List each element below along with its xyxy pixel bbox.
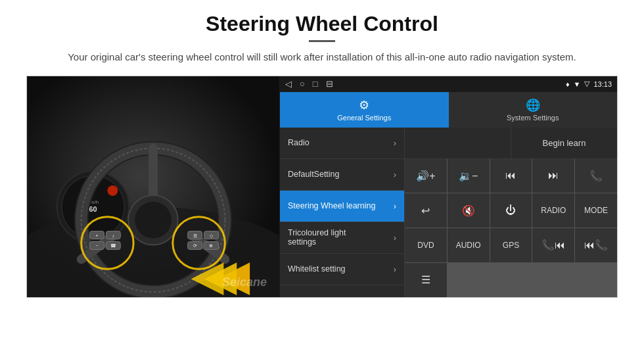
call-prev-button[interactable]: 📞⏮ — [532, 228, 574, 262]
menu-item-radio-label: Radio — [288, 138, 394, 147]
menu-item-steering-label: Steering Wheel learning — [288, 201, 394, 210]
svg-text:+: + — [95, 233, 98, 237]
audio-label: AUDIO — [456, 241, 481, 250]
location-icon: ♦ — [566, 80, 570, 88]
menu-item-whitelist[interactable]: Whitelist setting › — [280, 254, 404, 285]
next-track-icon: ⏭ — [548, 170, 559, 181]
menu-item-radio[interactable]: Radio › — [280, 128, 404, 159]
begin-learn-button[interactable]: Begin learn — [511, 128, 617, 158]
tabs-row: ⚙ General Settings 🌐 System Settings — [280, 92, 617, 128]
controls-panel: Begin learn 🔊+ 🔉− ⏮ ⏭ 📞 ↩ 🔇 ⏻ — [405, 128, 617, 297]
menu-icon: ☰ — [421, 274, 430, 286]
dvd-button[interactable]: DVD — [405, 228, 447, 262]
mode-button[interactable]: MODE — [575, 193, 617, 227]
tab-general-settings[interactable]: ⚙ General Settings — [280, 92, 449, 128]
nav-recent-icon[interactable]: □ — [313, 79, 318, 89]
radio-label: RADIO — [541, 206, 566, 215]
signal-icon: ▼ — [574, 80, 581, 88]
svg-text:☎: ☎ — [110, 243, 116, 248]
menu-item-steering-wheel[interactable]: Steering Wheel learning › — [280, 191, 404, 222]
menu-item-whitelist-label: Whitelist setting — [288, 264, 394, 274]
svg-text:☰: ☰ — [193, 233, 197, 237]
vol-down-button[interactable]: 🔉− — [448, 159, 490, 193]
next-track-button[interactable]: ⏭ — [532, 159, 574, 193]
svg-point-14 — [135, 201, 172, 238]
left-panel: km/h 60 + − — [27, 76, 280, 297]
hang-up-button[interactable]: ↩ — [405, 193, 447, 227]
page-subtitle: Your original car's steering wheel contr… — [26, 50, 618, 65]
nav-home-icon[interactable]: ○ — [300, 79, 305, 89]
vol-down-icon: 🔉− — [459, 170, 478, 182]
wifi-icon: ▽ — [584, 80, 589, 88]
chevron-icon-whitelist: › — [394, 264, 396, 274]
power-icon: ⏻ — [505, 204, 516, 216]
menu-item-tricoloured-label: Tricoloured lightsettings — [288, 228, 394, 247]
page-title: Steering Wheel Control — [26, 12, 618, 36]
general-settings-icon: ⚙ — [359, 98, 369, 112]
tab-general-label: General Settings — [337, 114, 391, 122]
svg-text:⊕: ⊕ — [209, 243, 213, 248]
prev-call-button[interactable]: ⏮📞 — [575, 228, 617, 262]
power-button[interactable]: ⏻ — [490, 193, 532, 227]
steering-wheel-image: km/h 60 + − — [27, 76, 280, 297]
menu-button[interactable]: ☰ — [405, 263, 447, 297]
chevron-icon-default: › — [394, 170, 396, 180]
svg-text:−: − — [95, 243, 98, 248]
svg-point-6 — [107, 185, 118, 196]
nav-app-icon[interactable]: ⊟ — [326, 79, 333, 89]
prev-call-icon: ⏮📞 — [584, 239, 608, 251]
menu-item-default-label: DefaultSetting — [288, 170, 394, 179]
main-content: km/h 60 + − — [26, 76, 618, 298]
gps-button[interactable]: GPS — [490, 228, 532, 262]
svg-text:60: 60 — [89, 204, 97, 212]
svg-text:♪: ♪ — [112, 233, 114, 237]
mute-button[interactable]: 🔇 — [448, 193, 490, 227]
tab-system-settings[interactable]: 🌐 System Settings — [449, 92, 618, 128]
chevron-icon-tricoloured: › — [394, 233, 396, 243]
call-icon: 📞 — [589, 170, 603, 182]
mode-label: MODE — [584, 206, 608, 215]
menu-list: Radio › DefaultSetting › Steering Wheel … — [280, 128, 405, 297]
top-row: Begin learn — [405, 128, 617, 159]
system-settings-icon: 🌐 — [526, 98, 540, 112]
vol-up-button[interactable]: 🔊+ — [405, 159, 447, 193]
nav-buttons: ◁ ○ □ ⊟ — [285, 79, 333, 89]
mute-icon: 🔇 — [462, 204, 475, 217]
menu-item-default-setting[interactable]: DefaultSetting › — [280, 159, 404, 191]
clock: 13:13 — [593, 80, 612, 88]
audio-button[interactable]: AUDIO — [448, 228, 490, 262]
call-button[interactable]: 📞 — [575, 159, 617, 193]
button-grid: 🔊+ 🔉− ⏮ ⏭ 📞 ↩ 🔇 ⏻ RADIO MODE DVD AUDIO — [405, 159, 617, 297]
chevron-icon-radio: › — [394, 138, 396, 148]
status-bar: ◁ ○ □ ⊟ ♦ ▼ ▽ 13:13 — [280, 76, 617, 92]
chevron-icon-steering: › — [394, 201, 396, 211]
hang-up-icon: ↩ — [421, 204, 430, 217]
empty-area — [405, 128, 511, 158]
title-divider — [309, 40, 335, 42]
dvd-label: DVD — [417, 241, 434, 250]
radio-button[interactable]: RADIO — [532, 193, 574, 227]
prev-track-icon: ⏮ — [505, 170, 516, 181]
status-bar-right: ♦ ▼ ▽ 13:13 — [566, 80, 612, 88]
nav-back-icon[interactable]: ◁ — [285, 79, 292, 89]
page-container: Steering Wheel Control Your original car… — [0, 0, 644, 304]
tab-system-label: System Settings — [507, 114, 559, 122]
call-prev-icon: 📞⏮ — [541, 239, 565, 251]
gps-label: GPS — [503, 241, 519, 250]
watermark: Seicane — [222, 275, 267, 289]
vol-up-icon: 🔊+ — [416, 170, 435, 182]
svg-text:⟳: ⟳ — [193, 243, 197, 248]
menu-item-tricoloured[interactable]: Tricoloured lightsettings › — [280, 222, 404, 254]
content-area: Radio › DefaultSetting › Steering Wheel … — [280, 128, 617, 297]
prev-track-button[interactable]: ⏮ — [490, 159, 532, 193]
right-panel: ◁ ○ □ ⊟ ♦ ▼ ▽ 13:13 ⚙ General Settings — [280, 76, 617, 297]
